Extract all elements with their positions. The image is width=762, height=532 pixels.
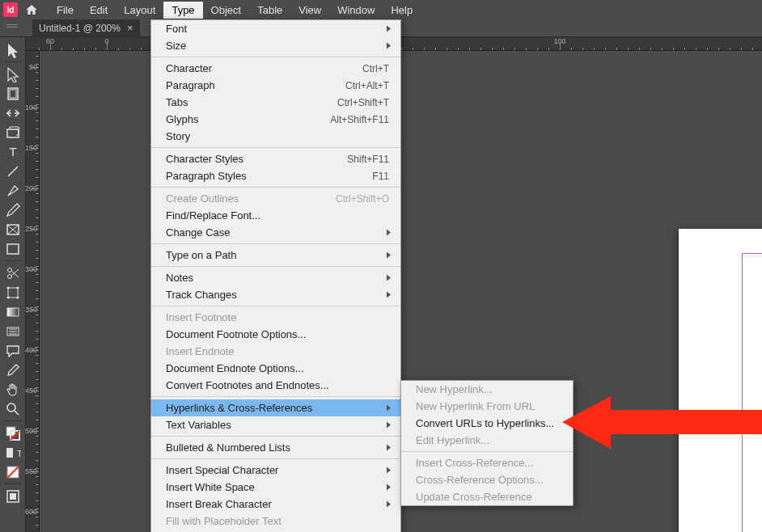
menu-object[interactable]: Object — [203, 2, 250, 19]
menu-item-glyphs[interactable]: GlyphsAlt+Shift+F11 — [151, 111, 400, 128]
free-transform-tool[interactable] — [2, 283, 24, 302]
menu-item-document-footnote-options[interactable]: Document Footnote Options... — [151, 326, 400, 343]
pencil-tool[interactable] — [2, 201, 24, 220]
menu-item-label: Edit Hyperlink... — [416, 434, 489, 446]
menu-item-label: Update Cross-Reference — [416, 491, 532, 503]
menu-item-label: Find/Replace Font... — [166, 209, 260, 222]
formatting-affects-container[interactable]: T — [2, 443, 24, 462]
menu-separator — [151, 458, 400, 459]
menu-item-label: Paragraph — [166, 79, 215, 91]
menu-item-label: Convert Footnotes and Endnotes... — [166, 379, 329, 391]
menu-item-change-case[interactable]: Change Case — [151, 224, 400, 241]
menu-item-new-hyperlink: New Hyperlink... — [401, 381, 573, 398]
menu-item-character-styles[interactable]: Character StylesShift+F11 — [151, 150, 400, 167]
svg-point-11 — [7, 268, 11, 272]
svg-line-26 — [15, 411, 19, 415]
menu-item-label: Change Case — [166, 226, 231, 239]
type-menu-dropdown: FontSizeCharacterCtrl+TParagraphCtrl+Alt… — [150, 19, 401, 532]
menu-item-convert-urls-to-hyperlinks[interactable]: Convert URLs to Hyperlinks... — [401, 415, 573, 432]
menu-item-insert-white-space[interactable]: Insert White Space — [151, 479, 400, 496]
menu-item-new-hyperlink-from-url: New Hyperlink From URL — [401, 398, 573, 415]
menu-item-label: Paragraph Styles — [166, 170, 247, 182]
menu-item-cross-reference-options: Cross-Reference Options... — [401, 471, 573, 488]
menu-item-fill-with-placeholder-text: Fill with Placeholder Text — [151, 513, 400, 530]
document-tab[interactable]: Untitled-1 @ 200% × — [32, 19, 140, 36]
menu-item-hyperlinks-cross-references[interactable]: Hyperlinks & Cross-References — [151, 399, 400, 416]
menu-item-insert-special-character[interactable]: Insert Special Character — [151, 462, 400, 479]
menu-item-size[interactable]: Size — [151, 37, 400, 54]
selection-tool[interactable] — [2, 40, 24, 60]
submenu-arrow-icon — [386, 481, 392, 493]
gradient-swatch-tool[interactable] — [2, 302, 24, 322]
svg-rect-15 — [8, 288, 18, 298]
menu-item-label: Character Styles — [166, 153, 243, 165]
menu-item-label: Character — [166, 62, 212, 74]
menu-item-font[interactable]: Font — [151, 20, 400, 37]
menu-separator — [151, 396, 400, 397]
menu-item-label: Hyperlinks & Cross-References — [166, 402, 312, 414]
menu-item-notes[interactable]: Notes — [151, 269, 400, 286]
menu-item-label: Fill with Placeholder Text — [166, 515, 282, 527]
menu-table[interactable]: Table — [249, 2, 290, 19]
menu-item-label: Size — [166, 40, 186, 52]
scissors-tool[interactable] — [2, 264, 24, 283]
menu-item-paragraph-styles[interactable]: Paragraph StylesF11 — [151, 167, 400, 184]
submenu-arrow-icon — [386, 498, 392, 510]
menu-item-label: Convert URLs to Hyperlinks... — [416, 417, 554, 429]
menu-item-find-replace-font[interactable]: Find/Replace Font... — [151, 207, 400, 224]
menu-item-document-endnote-options[interactable]: Document Endnote Options... — [151, 360, 400, 377]
menu-help[interactable]: Help — [383, 2, 421, 19]
menu-separator — [151, 57, 400, 57]
type-tool[interactable]: T — [2, 142, 24, 162]
close-icon[interactable]: × — [127, 22, 133, 34]
fill-stroke-swatch[interactable] — [2, 424, 24, 443]
svg-rect-30 — [6, 448, 13, 458]
svg-rect-20 — [7, 308, 19, 316]
apply-color[interactable] — [2, 462, 24, 482]
panel-handle-icon[interactable] — [3, 23, 21, 31]
hand-tool[interactable] — [2, 380, 24, 399]
menu-item-convert-footnotes-and-endnotes[interactable]: Convert Footnotes and Endnotes... — [151, 377, 400, 394]
menu-layout[interactable]: Layout — [116, 2, 163, 19]
gradient-feather-tool[interactable] — [2, 322, 24, 341]
menu-item-shortcut: Shift+F11 — [347, 154, 389, 165]
content-collector-tool[interactable] — [2, 123, 24, 142]
menu-item-shortcut: Ctrl+Shift+O — [336, 193, 389, 205]
menu-item-label: Track Changes — [166, 289, 237, 301]
menu-item-track-changes[interactable]: Track Changes — [151, 286, 400, 303]
eyedropper-tool[interactable] — [2, 361, 24, 380]
home-icon[interactable] — [23, 1, 40, 19]
menu-item-edit-hyperlink: Edit Hyperlink... — [401, 432, 573, 449]
gap-tool[interactable] — [2, 103, 24, 123]
menu-file[interactable]: File — [49, 2, 82, 19]
menu-item-character[interactable]: CharacterCtrl+T — [151, 60, 400, 77]
menu-type[interactable]: Type — [163, 2, 202, 19]
submenu-arrow-icon — [386, 226, 392, 239]
page-tool[interactable] — [2, 84, 24, 103]
pen-tool[interactable] — [2, 181, 24, 201]
svg-line-13 — [11, 271, 19, 277]
menu-item-label: Bulleted & Numbered Lists — [166, 441, 290, 454]
menu-view[interactable]: View — [290, 2, 329, 19]
menu-item-text-variables[interactable]: Text Variables — [151, 416, 400, 433]
direct-selection-tool[interactable] — [2, 65, 24, 84]
note-tool[interactable] — [2, 341, 24, 361]
menu-item-insert-break-character[interactable]: Insert Break Character — [151, 496, 400, 513]
menu-item-story[interactable]: Story — [151, 128, 400, 145]
svg-rect-3 — [10, 90, 16, 98]
menu-window[interactable]: Window — [329, 2, 383, 19]
line-tool[interactable] — [2, 162, 24, 181]
menu-item-label: Insert Break Character — [166, 498, 272, 510]
document-page[interactable] — [679, 229, 762, 532]
svg-rect-1 — [6, 27, 18, 27]
menu-item-type-on-a-path[interactable]: Type on a Path — [151, 247, 400, 264]
view-mode[interactable] — [2, 487, 24, 506]
rectangle-frame-tool[interactable] — [2, 220, 24, 239]
menu-edit[interactable]: Edit — [82, 2, 116, 19]
zoom-tool[interactable] — [2, 399, 24, 419]
menu-item-tabs[interactable]: TabsCtrl+Shift+T — [151, 94, 400, 111]
menu-item-paragraph[interactable]: ParagraphCtrl+Alt+T — [151, 77, 400, 94]
menu-item-label: Font — [166, 23, 187, 35]
menu-item-bulleted-numbered-lists[interactable]: Bulleted & Numbered Lists — [151, 439, 400, 456]
rectangle-tool[interactable] — [2, 239, 24, 259]
